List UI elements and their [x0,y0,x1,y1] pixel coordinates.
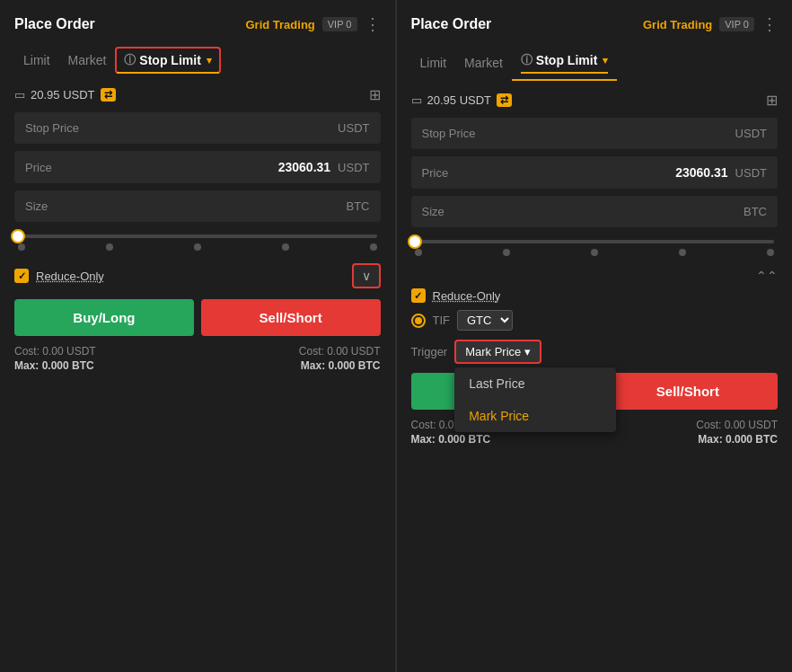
position-slider[interactable] [411,240,779,256]
slider-dot-100 [370,243,377,251]
max-buy-value: Max: 0.000 BTC [411,433,493,446]
panel-title: Place Order [14,16,95,32]
trigger-row: Trigger Mark Price ▾ Last Price Mark Pri… [411,340,779,364]
balance-row: ▭ 20.95 USDT ⇄ ⊞ [14,86,381,103]
more-options-icon[interactable]: ⋮ [761,14,778,34]
slider-dot-0 [415,249,422,256]
calculator-icon[interactable]: ⊞ [369,86,381,103]
reduce-only-checkbox[interactable]: ✓ [14,269,29,283]
panel-header: Place Order Grid Trading VIP 0 ⋮ [411,14,779,34]
sell-short-button[interactable]: Sell/Short [598,373,778,410]
size-label: Size [422,205,444,218]
action-buttons: Buy/Long Sell/Short [14,299,381,336]
slider-dot-100 [767,249,774,256]
header-right: Grid Trading VIP 0 ⋮ [245,14,380,34]
order-type-tabs: Limit Market ⓘ Stop Limit ▾ [411,47,779,79]
stop-limit-dropdown-arrow[interactable]: ▾ [603,55,608,66]
slider-dot-0 [18,243,25,251]
cost-sell-label: Cost: 0.00 USDT [696,419,778,431]
transfer-icon[interactable]: ⇄ [497,93,512,107]
cost-max-row: Cost: 0.00 USDT Max: 0.000 BTC Cost: 0.0… [14,345,381,372]
balance-value: 20.95 USDT [427,93,492,107]
slider-dot-25 [106,243,113,251]
stop-price-label: Stop Price [25,121,79,135]
trigger-label: Trigger [411,345,448,358]
stop-price-label: Stop Price [422,127,476,140]
tab-limit[interactable]: Limit [14,48,59,73]
max-sell-value: Max: 0.000 BTC [299,359,381,372]
panel-title: Place Order [411,16,492,32]
trigger-dropdown-arrow: ▾ [524,345,531,358]
price-label: Price [25,161,52,174]
size-input[interactable]: Size BTC [14,190,381,222]
dropdown-item-last-price[interactable]: Last Price [454,367,616,400]
panel-left: Place Order Grid Trading VIP 0 ⋮ Limit M… [0,0,396,672]
position-slider[interactable] [14,234,381,251]
size-currency: BTC [744,205,767,218]
reduce-only-label: Reduce-Only [433,289,501,303]
sell-short-button[interactable]: Sell/Short [201,299,381,336]
grid-trading-link[interactable]: Grid Trading [643,18,712,31]
slider-dot-75 [679,249,686,256]
balance-row: ▭ 20.95 USDT ⇄ ⊞ [411,92,779,109]
size-label: Size [25,199,48,213]
buy-long-button[interactable]: Buy/Long [14,299,194,336]
price-currency: USDT [735,166,767,180]
balance-info: ▭ 20.95 USDT ⇄ [14,88,116,102]
price-value: 23060.31 [675,165,727,180]
tab-market[interactable]: Market [59,48,116,73]
tif-label: TIF [433,314,451,327]
panel-right: Place Order Grid Trading VIP 0 ⋮ Limit M… [397,0,793,672]
price-input[interactable]: Price 23060.31 USDT [14,151,381,183]
slider-dot-50 [591,249,598,256]
trigger-value: Mark Price [465,345,521,358]
vip-badge: VIP 0 [719,17,754,31]
more-options-icon[interactable]: ⋮ [365,14,381,34]
collapse-icon[interactable]: ⌃⌃ [756,269,778,283]
stop-limit-label: Stop Limit [536,53,597,67]
tab-stop-limit[interactable]: ⓘ Stop Limit ▾ [115,47,220,74]
vip-badge: VIP 0 [322,17,357,31]
price-currency: USDT [338,161,369,174]
tab-limit[interactable]: Limit [411,50,456,75]
panel-header: Place Order Grid Trading VIP 0 ⋮ [14,14,381,34]
cost-buy-label: Cost: 0.00 USDT [14,345,96,358]
stop-limit-dropdown-arrow[interactable]: ▾ [207,55,212,66]
tab-market[interactable]: Market [455,50,512,75]
balance-value: 20.95 USDT [31,88,95,102]
reduce-only-checkbox[interactable]: ✓ [411,288,426,303]
expand-button[interactable]: ∨ [352,263,381,288]
cost-sell-label: Cost: 0.00 USDT [299,345,381,358]
dropdown-item-mark-price[interactable]: Mark Price [454,400,616,432]
expanded-options: ⌃⌃ ✓ Reduce-Only TIF GTC IOC FOK [411,269,779,364]
grid-trading-link[interactable]: Grid Trading [245,18,314,31]
tab-stop-limit[interactable]: ⓘ Stop Limit ▾ [512,47,617,79]
reduce-only-row: ✓ Reduce-Only ∨ [14,263,381,288]
stop-limit-info-icon: ⓘ [124,52,136,68]
stop-price-input[interactable]: Stop Price USDT [14,112,381,144]
size-input[interactable]: Size BTC [411,196,779,227]
stop-limit-label: Stop Limit [139,53,200,67]
tif-select[interactable]: GTC IOC FOK [457,310,513,331]
trigger-dropdown-menu: Last Price Mark Price [454,367,616,432]
trigger-select-button[interactable]: Mark Price ▾ [454,340,541,364]
price-value: 23060.31 [278,160,330,174]
stop-limit-info-icon: ⓘ [521,52,532,68]
size-currency: BTC [347,199,370,213]
stop-price-input[interactable]: Stop Price USDT [411,118,779,149]
calculator-icon[interactable]: ⊞ [766,92,778,109]
reduce-only-row: ✓ Reduce-Only [411,288,779,303]
stop-price-currency: USDT [735,127,767,140]
slider-dot-25 [503,249,510,256]
max-sell-value: Max: 0.000 BTC [696,433,778,446]
slider-dot-75 [282,243,289,251]
tif-row: TIF GTC IOC FOK [411,310,779,331]
price-label: Price [422,166,449,180]
stop-price-currency: USDT [338,121,369,135]
price-input[interactable]: Price 23060.31 USDT [411,156,779,189]
transfer-icon[interactable]: ⇄ [101,88,116,102]
card-icon: ▭ [14,88,25,102]
order-type-tabs: Limit Market ⓘ Stop Limit ▾ [14,47,381,74]
slider-dot-50 [194,243,201,251]
tif-radio[interactable] [411,314,426,328]
